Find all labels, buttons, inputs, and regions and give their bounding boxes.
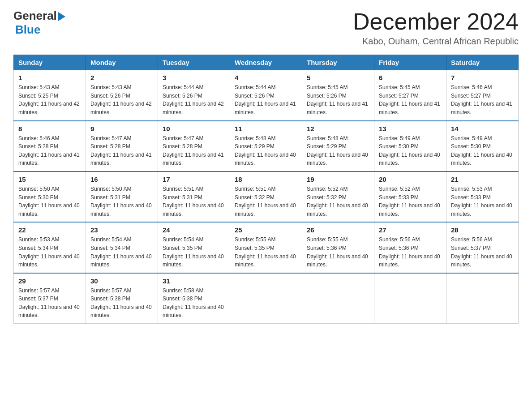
day-number: 26: [307, 226, 369, 234]
calendar-cell: 28Sunrise: 5:56 AMSunset: 5:37 PMDayligh…: [446, 222, 519, 273]
calendar-cell: 10Sunrise: 5:47 AMSunset: 5:28 PMDayligh…: [158, 121, 230, 171]
calendar-week-2: 8Sunrise: 5:46 AMSunset: 5:28 PMDaylight…: [14, 121, 519, 171]
calendar-cell: 22Sunrise: 5:53 AMSunset: 5:34 PMDayligh…: [14, 222, 86, 273]
day-info: Sunrise: 5:46 AMSunset: 5:27 PMDaylight:…: [451, 83, 514, 116]
calendar-cell: 12Sunrise: 5:48 AMSunset: 5:29 PMDayligh…: [302, 121, 374, 171]
day-info: Sunrise: 5:54 AMSunset: 5:35 PMDaylight:…: [163, 235, 225, 269]
header-row: SundayMondayTuesdayWednesdayThursdayFrid…: [14, 55, 519, 70]
day-info: Sunrise: 5:47 AMSunset: 5:28 PMDaylight:…: [163, 134, 225, 167]
day-number: 10: [163, 125, 225, 133]
day-number: 20: [379, 176, 442, 183]
calendar-cell: 25Sunrise: 5:55 AMSunset: 5:35 PMDayligh…: [230, 222, 302, 273]
day-number: 30: [90, 277, 153, 285]
title-block: December 2024 Kabo, Ouham, Central Afric…: [353, 9, 519, 47]
day-info: Sunrise: 5:51 AMSunset: 5:32 PMDaylight:…: [235, 185, 297, 218]
day-number: 15: [18, 176, 81, 183]
calendar-cell: 27Sunrise: 5:56 AMSunset: 5:36 PMDayligh…: [374, 222, 446, 273]
logo-arrow-icon: [58, 12, 65, 21]
day-number: 27: [379, 226, 442, 234]
logo-blue-text: Blue: [15, 23, 40, 36]
calendar-table: SundayMondayTuesdayWednesdayThursdayFrid…: [13, 55, 519, 324]
calendar-cell: 20Sunrise: 5:52 AMSunset: 5:33 PMDayligh…: [374, 171, 446, 222]
day-info: Sunrise: 5:53 AMSunset: 5:34 PMDaylight:…: [18, 235, 81, 269]
calendar-header: SundayMondayTuesdayWednesdayThursdayFrid…: [14, 55, 519, 70]
day-info: Sunrise: 5:52 AMSunset: 5:33 PMDaylight:…: [379, 185, 442, 218]
day-info: Sunrise: 5:48 AMSunset: 5:29 PMDaylight:…: [235, 134, 297, 167]
day-info: Sunrise: 5:49 AMSunset: 5:30 PMDaylight:…: [379, 134, 442, 167]
day-info: Sunrise: 5:45 AMSunset: 5:27 PMDaylight:…: [379, 83, 442, 116]
day-number: 19: [307, 176, 369, 183]
day-number: 31: [163, 277, 225, 285]
day-info: Sunrise: 5:55 AMSunset: 5:35 PMDaylight:…: [235, 235, 297, 269]
day-info: Sunrise: 5:44 AMSunset: 5:26 PMDaylight:…: [163, 83, 225, 116]
calendar-week-3: 15Sunrise: 5:50 AMSunset: 5:30 PMDayligh…: [14, 171, 519, 222]
logo-general-text: General: [13, 9, 57, 23]
calendar-cell: 14Sunrise: 5:49 AMSunset: 5:30 PMDayligh…: [446, 121, 519, 171]
calendar-cell: 11Sunrise: 5:48 AMSunset: 5:29 PMDayligh…: [230, 121, 302, 171]
day-info: Sunrise: 5:44 AMSunset: 5:26 PMDaylight:…: [235, 83, 297, 116]
day-info: Sunrise: 5:54 AMSunset: 5:34 PMDaylight:…: [90, 235, 153, 269]
day-number: 16: [90, 176, 153, 183]
weekday-header-thursday: Thursday: [302, 55, 374, 70]
day-number: 12: [307, 125, 369, 133]
day-number: 25: [235, 226, 297, 234]
calendar-cell: [446, 273, 519, 324]
calendar-cell: 21Sunrise: 5:53 AMSunset: 5:33 PMDayligh…: [446, 171, 519, 222]
day-number: 2: [90, 74, 153, 81]
day-info: Sunrise: 5:56 AMSunset: 5:36 PMDaylight:…: [379, 235, 442, 269]
day-info: Sunrise: 5:46 AMSunset: 5:28 PMDaylight:…: [18, 134, 81, 167]
page-header: General Blue December 2024 Kabo, Ouham, …: [13, 9, 519, 47]
calendar-cell: [374, 273, 446, 324]
day-number: 28: [451, 226, 514, 234]
calendar-cell: 9Sunrise: 5:47 AMSunset: 5:28 PMDaylight…: [86, 121, 158, 171]
calendar-cell: 17Sunrise: 5:51 AMSunset: 5:31 PMDayligh…: [158, 171, 230, 222]
weekday-header-friday: Friday: [374, 55, 446, 70]
day-number: 18: [235, 176, 297, 183]
calendar-cell: 2Sunrise: 5:43 AMSunset: 5:26 PMDaylight…: [86, 70, 158, 121]
calendar-cell: 3Sunrise: 5:44 AMSunset: 5:26 PMDaylight…: [158, 70, 230, 121]
day-number: 5: [307, 74, 369, 81]
calendar-cell: 18Sunrise: 5:51 AMSunset: 5:32 PMDayligh…: [230, 171, 302, 222]
logo: General Blue: [13, 9, 65, 37]
day-number: 17: [163, 176, 225, 183]
weekday-header-sunday: Sunday: [14, 55, 86, 70]
weekday-header-monday: Monday: [86, 55, 158, 70]
day-number: 23: [90, 226, 153, 234]
calendar-cell: 30Sunrise: 5:57 AMSunset: 5:38 PMDayligh…: [86, 273, 158, 324]
calendar-body: 1Sunrise: 5:43 AMSunset: 5:25 PMDaylight…: [14, 70, 519, 324]
calendar-cell: [302, 273, 374, 324]
calendar-cell: 5Sunrise: 5:45 AMSunset: 5:26 PMDaylight…: [302, 70, 374, 121]
day-info: Sunrise: 5:49 AMSunset: 5:30 PMDaylight:…: [451, 134, 514, 167]
day-info: Sunrise: 5:47 AMSunset: 5:28 PMDaylight:…: [90, 134, 153, 167]
day-number: 21: [451, 176, 514, 183]
calendar-cell: 24Sunrise: 5:54 AMSunset: 5:35 PMDayligh…: [158, 222, 230, 273]
calendar-week-5: 29Sunrise: 5:57 AMSunset: 5:37 PMDayligh…: [14, 273, 519, 324]
day-number: 1: [18, 74, 81, 81]
calendar-cell: 15Sunrise: 5:50 AMSunset: 5:30 PMDayligh…: [14, 171, 86, 222]
day-info: Sunrise: 5:55 AMSunset: 5:36 PMDaylight:…: [307, 235, 369, 269]
weekday-header-saturday: Saturday: [446, 55, 519, 70]
day-number: 22: [18, 226, 81, 234]
day-number: 29: [18, 277, 81, 285]
day-number: 24: [163, 226, 225, 234]
calendar-cell: 7Sunrise: 5:46 AMSunset: 5:27 PMDaylight…: [446, 70, 519, 121]
calendar-cell: 31Sunrise: 5:58 AMSunset: 5:38 PMDayligh…: [158, 273, 230, 324]
day-number: 4: [235, 74, 297, 81]
day-number: 14: [451, 125, 514, 133]
day-info: Sunrise: 5:57 AMSunset: 5:38 PMDaylight:…: [90, 287, 153, 320]
day-info: Sunrise: 5:52 AMSunset: 5:32 PMDaylight:…: [307, 185, 369, 218]
calendar-cell: 6Sunrise: 5:45 AMSunset: 5:27 PMDaylight…: [374, 70, 446, 121]
day-number: 6: [379, 74, 442, 81]
calendar-cell: [230, 273, 302, 324]
calendar-cell: 1Sunrise: 5:43 AMSunset: 5:25 PMDaylight…: [14, 70, 86, 121]
day-info: Sunrise: 5:58 AMSunset: 5:38 PMDaylight:…: [163, 287, 225, 320]
day-number: 8: [18, 125, 81, 133]
month-title: December 2024: [353, 9, 519, 34]
day-info: Sunrise: 5:53 AMSunset: 5:33 PMDaylight:…: [451, 185, 514, 218]
calendar-cell: 23Sunrise: 5:54 AMSunset: 5:34 PMDayligh…: [86, 222, 158, 273]
calendar-cell: 29Sunrise: 5:57 AMSunset: 5:37 PMDayligh…: [14, 273, 86, 324]
day-info: Sunrise: 5:57 AMSunset: 5:37 PMDaylight:…: [18, 287, 81, 320]
location-subtitle: Kabo, Ouham, Central African Republic: [353, 36, 519, 47]
day-info: Sunrise: 5:45 AMSunset: 5:26 PMDaylight:…: [307, 83, 369, 116]
day-info: Sunrise: 5:50 AMSunset: 5:31 PMDaylight:…: [90, 185, 153, 218]
